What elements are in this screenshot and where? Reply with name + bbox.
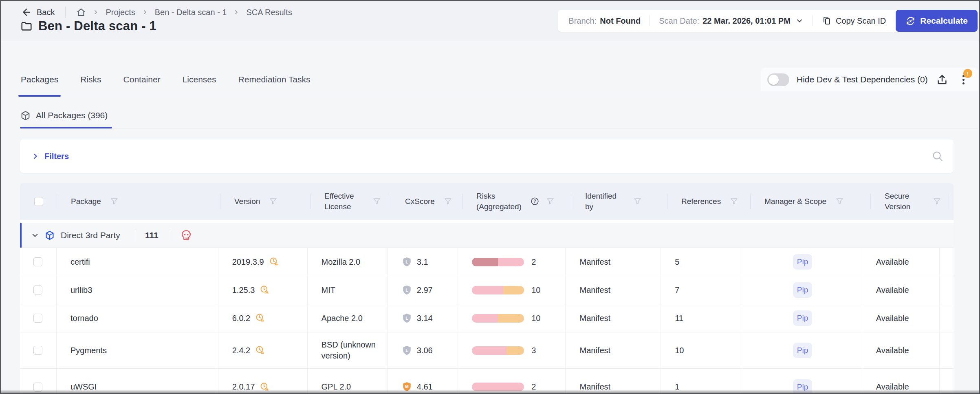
- back-button[interactable]: Back: [21, 7, 55, 18]
- row-checkbox[interactable]: [33, 286, 42, 294]
- branch-value: Not Found: [600, 16, 641, 26]
- outdated-version-icon: [255, 345, 266, 356]
- filter-funnel-icon[interactable]: [110, 197, 119, 206]
- collapse-group-button[interactable]: [31, 231, 40, 240]
- breadcrumb-project-name[interactable]: Ben - Delta scan - 1: [155, 8, 227, 17]
- package-cell[interactable]: tornado: [57, 304, 218, 332]
- breadcrumb-projects[interactable]: Projects: [106, 8, 135, 17]
- group-count: 111: [145, 230, 159, 240]
- version-cell: 6.0.2: [218, 304, 308, 332]
- hide-dev-toggle[interactable]: [767, 73, 789, 86]
- row-checkbox[interactable]: [33, 257, 42, 266]
- active-tab-underline: [20, 127, 112, 128]
- secure-version-cell: Available: [862, 332, 940, 368]
- filters-expand-button[interactable]: Filters: [31, 152, 69, 161]
- column-header-effective-license: Effective License: [311, 183, 391, 220]
- all-packages-label: All Packages (396): [36, 111, 108, 120]
- filter-funnel-icon[interactable]: [372, 197, 381, 206]
- alert-badge: !: [963, 69, 972, 78]
- license-cell: GPL 2.0: [308, 369, 388, 394]
- tab-container[interactable]: Container: [123, 63, 161, 96]
- table-row[interactable]: urllib3 1.25.3 MIT L 2.97 10 Manifest 7 …: [20, 276, 954, 304]
- copy-scan-id-button[interactable]: Copy Scan ID: [822, 16, 886, 26]
- outdated-version-icon: [260, 285, 270, 295]
- manager-chip: Pip: [793, 282, 812, 298]
- filter-funnel-icon[interactable]: [835, 197, 844, 206]
- outdated-version-icon: [260, 382, 270, 392]
- kebab-menu-button[interactable]: !: [959, 73, 968, 86]
- table-row[interactable]: certifi 2019.3.9 Mozilla 2.0 L 3.1 2 Man…: [20, 248, 954, 276]
- recalculate-button[interactable]: Recalculate: [896, 10, 978, 32]
- package-cell[interactable]: urllib3: [57, 276, 218, 304]
- cxscore-cell: M 4.61: [388, 369, 458, 394]
- filter-funnel-icon[interactable]: [546, 197, 555, 206]
- risks-cell: 10: [458, 276, 566, 304]
- chevron-right-icon: [31, 152, 40, 160]
- row-checkbox[interactable]: [33, 383, 42, 392]
- manager-cell: Pip: [743, 248, 862, 276]
- table-header-row: Package Version Effective License CxScor…: [20, 183, 954, 220]
- breadcrumb-sca-results[interactable]: SCA Results: [246, 8, 292, 17]
- tab-remediation-tasks[interactable]: Remediation Tasks: [238, 63, 311, 96]
- scan-date-dropdown[interactable]: Scan Date: 22 Mar. 2026, 01:01 PM: [659, 16, 804, 26]
- column-header-package: Package: [57, 183, 220, 220]
- version-cell: 1.25.3: [218, 276, 308, 304]
- references-cell: 11: [661, 304, 743, 332]
- malicious-skull-icon[interactable]: [180, 229, 192, 241]
- version-cell: 2.4.2: [218, 332, 308, 368]
- table-row[interactable]: uWSGI 2.0.17 GPL 2.0 M 4.61 2 Manifest 1…: [20, 369, 954, 394]
- license-cell: Apache 2.0: [308, 304, 388, 332]
- risk-severity-bar: [472, 314, 524, 323]
- chevron-right-icon: [92, 9, 99, 15]
- filter-funnel-icon[interactable]: [933, 197, 941, 206]
- cxscore-cell: L 3.14: [388, 304, 458, 332]
- tab-licenses[interactable]: Licenses: [182, 63, 217, 96]
- references-cell: 5: [661, 248, 743, 276]
- home-icon[interactable]: [76, 7, 86, 17]
- references-cell: 1: [661, 369, 743, 394]
- title-row: Ben - Delta scan - 1: [20, 19, 156, 33]
- filter-funnel-icon[interactable]: [269, 197, 277, 206]
- help-circle-icon[interactable]: ?: [530, 197, 540, 206]
- tab-packages[interactable]: Packages: [20, 63, 59, 96]
- export-icon: [936, 73, 948, 86]
- svg-text:L: L: [405, 259, 408, 264]
- chevron-down-icon: [795, 17, 804, 25]
- tab-all-packages[interactable]: All Packages (396): [20, 104, 108, 127]
- secure-version-cell: Available: [862, 248, 940, 276]
- column-header-version: Version: [220, 183, 311, 220]
- search-button[interactable]: [932, 150, 944, 162]
- divider: [65, 7, 66, 18]
- manager-cell: Pip: [743, 369, 862, 394]
- package-cell[interactable]: certifi: [57, 248, 218, 276]
- export-button[interactable]: [936, 73, 948, 86]
- table-row[interactable]: Pygments 2.4.2 BSD (unknown version) L 3…: [20, 332, 954, 369]
- spacer-cell: [940, 369, 954, 394]
- identified-by-cell: Manifest: [566, 304, 661, 332]
- column-header-references: References: [667, 183, 751, 220]
- manager-cell: Pip: [743, 304, 862, 332]
- divider: [170, 229, 170, 241]
- version-cell: 2019.3.9: [218, 248, 308, 276]
- filter-funnel-icon[interactable]: [730, 197, 738, 206]
- filter-funnel-icon[interactable]: [633, 197, 642, 206]
- manager-chip: Pip: [793, 310, 812, 326]
- recalculate-icon: [905, 16, 916, 26]
- tab-risks[interactable]: Risks: [79, 63, 102, 96]
- select-all-checkbox[interactable]: [34, 197, 43, 206]
- severity-shield-icon: L: [401, 285, 412, 296]
- back-label: Back: [37, 8, 55, 17]
- scan-date-value: 22 Mar. 2026, 01:01 PM: [703, 16, 791, 26]
- references-cell: 7: [661, 276, 743, 304]
- package-cell[interactable]: Pygments: [57, 332, 218, 368]
- row-select-cell: [20, 369, 57, 394]
- table-row[interactable]: tornado 6.0.2 Apache 2.0 L 3.14 10 Manif…: [20, 304, 954, 332]
- row-checkbox[interactable]: [33, 314, 42, 323]
- package-cell[interactable]: uWSGI: [57, 369, 218, 394]
- cxscore-cell: L 2.97: [388, 276, 458, 304]
- filter-funnel-icon[interactable]: [444, 197, 452, 206]
- risks-cell: 2: [458, 369, 566, 394]
- identified-by-cell: Manifest: [566, 248, 661, 276]
- row-checkbox[interactable]: [33, 346, 42, 355]
- package-cube-icon: [20, 110, 31, 121]
